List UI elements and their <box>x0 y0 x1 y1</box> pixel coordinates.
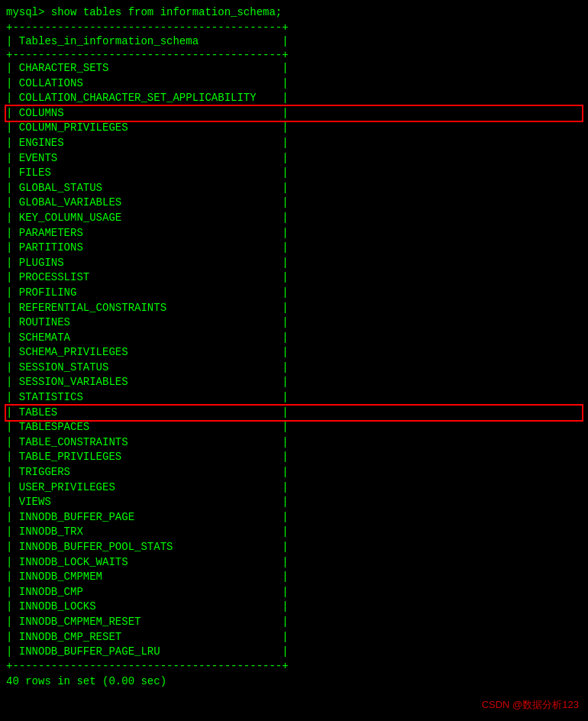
table-row: | COLLATION_CHARACTER_SET_APPLICABILITY … <box>6 91 582 106</box>
command-line: mysql> show tables from information_sche… <box>0 3 588 21</box>
table-row: | COLUMN_PRIVILEGES | <box>6 121 582 136</box>
table-row: | PROFILING | <box>6 286 582 301</box>
table-row: | SESSION_STATUS | <box>6 360 582 376</box>
table-row: | INNODB_BUFFER_PAGE | <box>6 510 582 525</box>
table-row: | INNODB_LOCK_WAITS | <box>6 555 582 571</box>
table-row: | SESSION_VARIABLES | <box>6 375 582 390</box>
table-row: | PLUGINS | <box>6 256 582 271</box>
table-row: | KEY_COLUMN_USAGE | <box>6 211 582 226</box>
table-border-top: +---------------------------------------… <box>6 21 582 34</box>
table-row: | PARTITIONS | <box>6 241 582 256</box>
table-row: | COLLATIONS | <box>6 76 582 92</box>
table-row: | VIEWS | <box>6 495 582 510</box>
table-row: | INNODB_CMPMEM | <box>6 570 582 585</box>
table-row: | INNODB_LOCKS | <box>6 600 582 615</box>
table-row: | GLOBAL_STATUS | <box>6 181 582 196</box>
watermark: CSDN @数据分析123 <box>482 698 579 712</box>
table-row: | ENGINES | <box>6 136 582 151</box>
table-row: | TABLES | <box>6 406 582 421</box>
table-border-bottom: +---------------------------------------… <box>6 660 582 672</box>
table-row: | SCHEMATA | <box>6 331 582 346</box>
table-row: | PARAMETERS | <box>6 226 582 241</box>
table-row: | EVENTS | <box>6 151 582 167</box>
table-row: | SCHEMA_PRIVILEGES | <box>6 345 582 360</box>
table-row: | INNODB_BUFFER_POOL_STATS | <box>6 540 582 555</box>
table-row: | INNODB_CMP | <box>6 585 582 600</box>
table-row: | GLOBAL_VARIABLES | <box>6 196 582 211</box>
table-row: | COLUMNS | <box>6 106 582 121</box>
table-row: | USER_PRIVILEGES | <box>6 480 582 496</box>
table-container: +---------------------------------------… <box>0 21 588 672</box>
table-row: | TRIGGERS | <box>6 465 582 480</box>
table-row: | TABLESPACES | <box>6 420 582 435</box>
table-row: | INNODB_CMPMEM_RESET | <box>6 615 582 630</box>
table-row: | ROUTINES | <box>6 315 582 331</box>
table-row: | INNODB_CMP_RESET | <box>6 630 582 645</box>
table-row: | FILES | <box>6 166 582 181</box>
table-row: | INNODB_BUFFER_PAGE_LRU | <box>6 645 582 660</box>
table-row: | STATISTICS | <box>6 390 582 406</box>
table-row: | REFERENTIAL_CONSTRAINTS | <box>6 301 582 316</box>
table-row: | TABLE_PRIVILEGES | <box>6 450 582 465</box>
table-row: | PROCESSLIST | <box>6 270 582 286</box>
terminal-window: mysql> show tables from information_sche… <box>0 0 588 721</box>
table-row: | INNODB_TRX | <box>6 525 582 540</box>
table-rows: | CHARACTER_SETS || COLLATIONS || COLLAT… <box>6 61 582 660</box>
table-separator: +---------------------------------------… <box>6 49 582 61</box>
table-row: | CHARACTER_SETS | <box>6 61 582 76</box>
result-line: 40 rows in set (0.00 sec) <box>0 672 588 690</box>
table-header: | Tables_in_information_schema | <box>6 34 582 49</box>
table-row: | TABLE_CONSTRAINTS | <box>6 435 582 451</box>
